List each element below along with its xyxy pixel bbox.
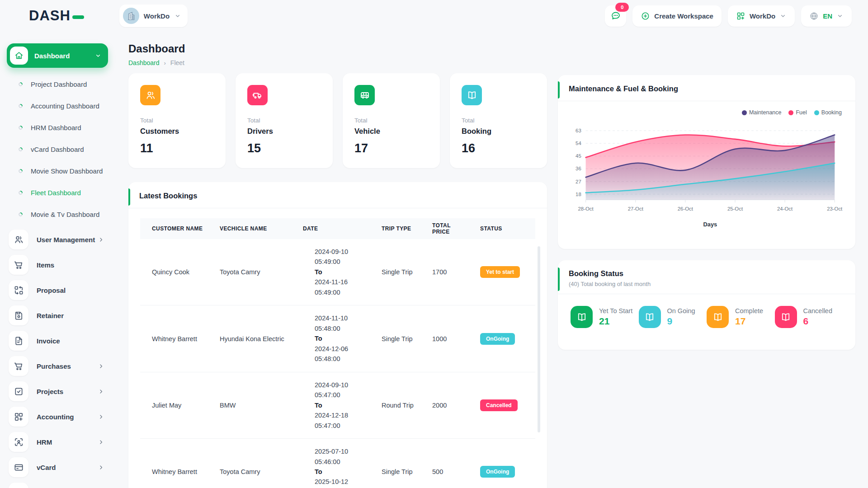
stat-card-booking: Total Booking 16 bbox=[450, 73, 547, 168]
cart-icon bbox=[9, 356, 28, 376]
sidebar-subitem-fleet-dashboard[interactable]: Fleet Dashboard bbox=[7, 182, 108, 203]
cell-vehicle-name: Toyota Camry bbox=[208, 468, 291, 475]
legend-item[interactable]: Maintenance bbox=[742, 109, 782, 116]
cell-total-price: 1000 bbox=[420, 335, 468, 343]
sidebar-item-label: Accounting bbox=[37, 413, 74, 421]
stat-card-label: Total bbox=[140, 117, 214, 124]
truck-icon bbox=[247, 85, 268, 105]
sidebar-item-hrm[interactable]: HRM bbox=[7, 432, 108, 452]
sidebar-item-invoice[interactable]: Invoice bbox=[7, 331, 108, 351]
cell-vehicle-name: BMW bbox=[208, 402, 291, 409]
language-selector[interactable]: EN bbox=[801, 5, 852, 27]
sidebar: Dashboard Project Dashboard Accounting D… bbox=[7, 43, 108, 488]
cell-trip-type: Single Trip bbox=[370, 468, 420, 475]
legend-dot bbox=[788, 110, 793, 115]
cell-customer-name: Juliet May bbox=[140, 402, 208, 409]
chart-body: Maintenance Fuel Booking 18273645546328-… bbox=[558, 101, 855, 229]
chevron-down-icon bbox=[779, 12, 787, 19]
chevron-down-icon bbox=[174, 12, 181, 19]
sidebar-item-label: Purchases bbox=[37, 362, 71, 370]
right-column: Maintenance & Fuel & Booking Maintenance… bbox=[558, 75, 855, 350]
legend-label: Maintenance bbox=[749, 109, 782, 116]
stat-card-value: 15 bbox=[247, 141, 321, 155]
cell-total-price: 1700 bbox=[420, 268, 468, 276]
cell-total-price: 2000 bbox=[420, 402, 468, 409]
sidebar-item-purchases[interactable]: Purchases bbox=[7, 356, 108, 376]
brand-logo-text: DASH bbox=[29, 8, 71, 24]
bookings-table: CUSTOMER NAMEVECHICLE NAMEDATETRIP TYPET… bbox=[140, 218, 535, 488]
chat-icon bbox=[610, 10, 621, 21]
sidebar-subitem-accounting-dashboard[interactable]: Accounting Dashboard bbox=[7, 95, 108, 117]
sidebar-item-items[interactable]: Items bbox=[7, 255, 108, 275]
booking-status-items: Yet To Start 21 On Going 9 Complete 17 C… bbox=[558, 294, 855, 328]
table-row: Whitney Barrett Hyundai Kona Electric 20… bbox=[140, 305, 535, 372]
brand-logo[interactable]: DASH bbox=[29, 8, 84, 24]
cell-customer-name: Whitney Barrett bbox=[140, 468, 208, 475]
topbar: DASH WorkDo 0 Create Workspace WorkDo bbox=[0, 0, 868, 32]
cell-vehicle-name: Toyota Camry bbox=[208, 268, 291, 276]
legend-dot bbox=[742, 110, 747, 115]
stat-card-name: Vehicle bbox=[354, 127, 428, 136]
bullet-icon bbox=[18, 103, 24, 109]
sidebar-item-vcard[interactable]: vCard bbox=[7, 457, 108, 477]
sidebar-subitem-label: Accounting Dashboard bbox=[31, 102, 99, 110]
sidebar-item-user-management[interactable]: User Management bbox=[7, 230, 108, 249]
sidebar-item-proposal[interactable]: Proposal bbox=[7, 280, 108, 300]
sidebar-item-retainer[interactable]: Retainer bbox=[7, 305, 108, 325]
column-header: CUSTOMER NAME bbox=[140, 225, 208, 232]
sidebar-subitem-label: Project Dashboard bbox=[31, 80, 87, 88]
bullet-icon bbox=[18, 81, 24, 87]
sidebar-subitem-project-dashboard[interactable]: Project Dashboard bbox=[7, 73, 108, 95]
bullet-icon bbox=[18, 168, 24, 174]
sidebar-item-accounting[interactable]: Accounting bbox=[7, 407, 108, 427]
booking-status-item: Cancelled 6 bbox=[775, 306, 843, 328]
stat-card-name: Customers bbox=[140, 127, 214, 136]
legend-label: Booking bbox=[821, 109, 842, 116]
dashboard-submenu: Project Dashboard Accounting Dashboard H… bbox=[7, 73, 108, 225]
sidebar-item-label: User Management bbox=[37, 236, 95, 244]
cell-trip-type: Round Trip bbox=[370, 402, 420, 409]
sidebar-subitem-movie-show-dashboard[interactable]: Movie Show Dashboard bbox=[7, 160, 108, 182]
messages-button[interactable]: 0 bbox=[605, 5, 626, 27]
column-header: TRIP TYPE bbox=[370, 225, 420, 232]
sidebar-item-projects[interactable]: Projects bbox=[7, 381, 108, 401]
chevron-down-icon bbox=[94, 52, 102, 59]
sidebar-subitem-movie-tv-dashboard[interactable]: Movie & Tv Dashboard bbox=[7, 203, 108, 225]
sidebar-subitem-label: vCard Dashboard bbox=[31, 145, 84, 153]
stat-card-name: Booking bbox=[462, 127, 535, 136]
workspace-selector[interactable]: WorkDo bbox=[119, 5, 188, 27]
sidebar-item-label: Items bbox=[37, 261, 54, 269]
booking-status-item: On Going 9 bbox=[639, 306, 707, 328]
legend-item[interactable]: Fuel bbox=[788, 109, 807, 116]
title-accent-bar bbox=[128, 188, 130, 206]
booking-status-label: Complete bbox=[735, 307, 763, 314]
sidebar-subitem-label: Movie & Tv Dashboard bbox=[31, 211, 99, 218]
chevron-down-icon bbox=[836, 12, 844, 19]
create-workspace-button[interactable]: Create Workspace bbox=[632, 5, 722, 27]
booking-status-label: On Going bbox=[667, 307, 695, 314]
page-title: Dashboard bbox=[128, 42, 547, 55]
stat-card-label: Total bbox=[354, 117, 428, 124]
sidebar-subitem-vcard-dashboard[interactable]: vCard Dashboard bbox=[7, 138, 108, 160]
stat-card-customers: Total Customers 11 bbox=[128, 73, 226, 168]
bookings-table-header: CUSTOMER NAMEVECHICLE NAMEDATETRIP TYPET… bbox=[140, 218, 535, 239]
breadcrumb-dashboard-link[interactable]: Dashboard bbox=[128, 59, 160, 66]
workdo-menu-button[interactable]: WorkDo bbox=[728, 5, 795, 27]
legend-item[interactable]: Booking bbox=[814, 109, 842, 116]
chart-area: 18273645546328-Oct27-Oct26-Oct25-Oct24-O… bbox=[568, 117, 845, 229]
sidebar-item-movie-tv-studio[interactable]: Movie & TV Studio bbox=[7, 483, 108, 488]
booking-status-value: 6 bbox=[803, 316, 833, 327]
svg-text:26-Oct: 26-Oct bbox=[678, 206, 693, 211]
svg-text:45: 45 bbox=[576, 153, 581, 159]
svg-text:18: 18 bbox=[576, 192, 581, 197]
stat-card-vehicle: Total Vehicle 17 bbox=[343, 73, 440, 168]
divider bbox=[128, 208, 547, 208]
table-scrollbar[interactable] bbox=[538, 246, 540, 432]
cell-date: 2025-07-10 05:46:00 To 2025-10-12 05:46:… bbox=[291, 446, 370, 488]
sidebar-item-dashboard[interactable]: Dashboard bbox=[7, 43, 108, 68]
stat-card-label: Total bbox=[247, 117, 321, 124]
sidebar-subitem-hrm-dashboard[interactable]: HRM Dashboard bbox=[7, 117, 108, 138]
column-header: DATE bbox=[291, 225, 370, 232]
booking-status-label: Cancelled bbox=[803, 307, 833, 314]
grid-plus-icon bbox=[736, 11, 745, 21]
